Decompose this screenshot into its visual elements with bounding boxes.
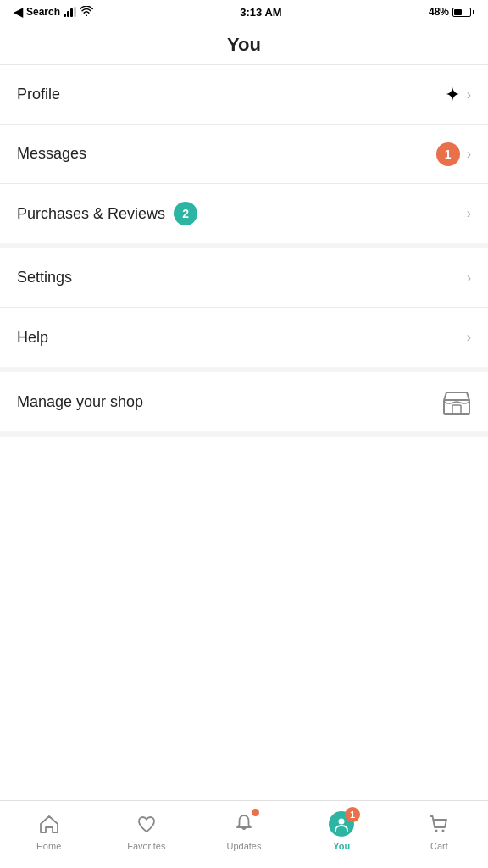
settings-label: Settings	[17, 269, 72, 287]
messages-label: Messages	[17, 145, 86, 163]
nav-label-you: You	[333, 841, 350, 851]
battery-percent: 48%	[429, 6, 449, 18]
nav-label-cart: Cart	[430, 841, 448, 851]
menu-item-settings-left: Settings	[17, 269, 72, 287]
messages-badge: 1	[436, 142, 460, 166]
status-left: ◀ Search	[14, 5, 93, 19]
back-arrow-icon: ◀	[14, 5, 23, 19]
status-bar: ◀ Search 3:13 AM 48%	[0, 0, 488, 24]
purchases-reviews-label: Purchases & Reviews	[17, 205, 165, 223]
purchases-badge: 2	[174, 202, 197, 225]
nav-item-home[interactable]: Home	[24, 810, 75, 851]
nav-label-favorites: Favorites	[127, 841, 165, 851]
menu-section-2: Settings › Help ›	[0, 248, 488, 372]
menu-list: Profile ✦ › Messages 1 › Purchases & Rev…	[0, 65, 488, 800]
nav-icon-home	[36, 810, 63, 837]
menu-item-help-right: ›	[467, 330, 471, 345]
menu-item-purchases-right: ›	[467, 206, 471, 221]
menu-item-messages[interactable]: Messages 1 ›	[0, 125, 488, 184]
cart-icon	[428, 813, 450, 835]
chevron-icon: ›	[467, 330, 471, 345]
chevron-icon: ›	[467, 147, 471, 162]
menu-item-profile-right: ✦ ›	[445, 84, 471, 106]
nav-icon-cart	[425, 810, 452, 837]
nav-label-updates: Updates	[226, 841, 261, 851]
menu-item-profile-left: Profile	[17, 86, 60, 103]
battery-icon	[452, 8, 474, 17]
page-header: You	[0, 24, 488, 65]
chevron-icon: ›	[467, 87, 471, 103]
profile-label: Profile	[17, 86, 60, 103]
menu-item-settings[interactable]: Settings ›	[0, 248, 488, 308]
bottom-nav: Home Favorites Updates	[0, 800, 488, 868]
menu-item-messages-right: 1 ›	[436, 142, 471, 166]
menu-section-3: Manage your shop	[0, 372, 488, 437]
nav-item-favorites[interactable]: Favorites	[121, 810, 172, 851]
menu-section-1: Profile ✦ › Messages 1 › Purchases & Rev…	[0, 65, 488, 248]
signal-icon	[64, 7, 76, 17]
nav-icon-updates	[230, 810, 258, 837]
you-badge: 1	[345, 807, 360, 822]
bell-icon	[233, 813, 255, 835]
menu-item-manage-left: Manage your shop	[17, 393, 143, 411]
svg-point-4	[442, 829, 445, 832]
status-time: 3:13 AM	[240, 6, 281, 19]
menu-item-purchases-reviews[interactable]: Purchases & Reviews 2 ›	[0, 184, 488, 243]
help-label: Help	[17, 329, 48, 347]
manage-shop-label: Manage your shop	[17, 393, 143, 411]
carrier-label: Search	[26, 6, 60, 18]
shop-icon	[442, 389, 471, 415]
nav-label-home: Home	[36, 841, 61, 851]
menu-item-help[interactable]: Help ›	[0, 308, 488, 367]
menu-item-manage-shop[interactable]: Manage your shop	[0, 372, 488, 431]
status-right: 48%	[429, 6, 474, 18]
svg-rect-1	[452, 405, 461, 414]
page-title: You	[227, 34, 261, 55]
updates-dot	[252, 809, 259, 816]
menu-item-profile[interactable]: Profile ✦ ›	[0, 65, 488, 125]
menu-item-manage-right	[442, 389, 471, 415]
chevron-icon: ›	[467, 206, 471, 221]
home-icon	[38, 813, 60, 835]
menu-item-messages-left: Messages	[17, 145, 86, 163]
menu-item-settings-right: ›	[467, 270, 471, 286]
menu-item-purchases-left: Purchases & Reviews 2	[17, 202, 197, 225]
wifi-icon	[80, 6, 93, 19]
chevron-icon: ›	[467, 270, 471, 286]
nav-item-updates[interactable]: Updates	[219, 810, 269, 851]
sparkle-icon: ✦	[445, 84, 460, 106]
nav-item-you[interactable]: 1 You	[316, 810, 367, 851]
nav-icon-you: 1	[328, 810, 355, 837]
menu-item-help-left: Help	[17, 329, 48, 347]
heart-icon	[136, 813, 158, 835]
nav-icon-favorites	[133, 810, 160, 837]
svg-point-3	[435, 829, 438, 832]
svg-point-2	[339, 818, 345, 824]
nav-item-cart[interactable]: Cart	[413, 810, 464, 851]
